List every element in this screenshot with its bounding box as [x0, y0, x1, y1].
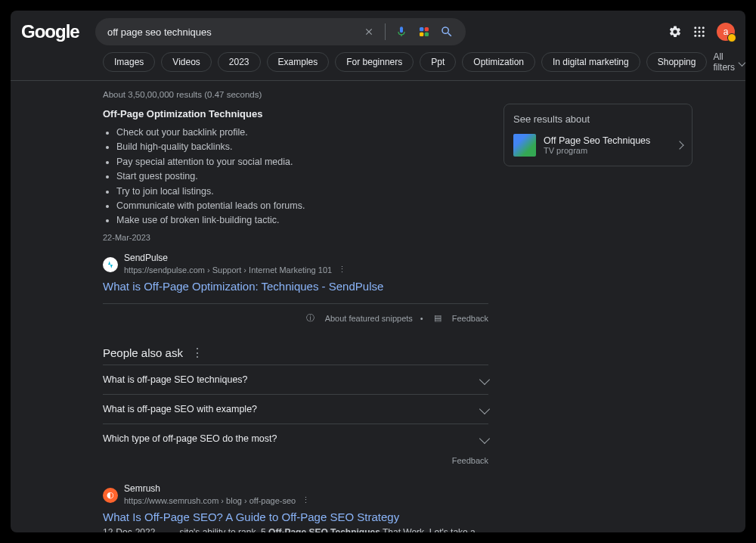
lens-icon[interactable] — [417, 25, 431, 39]
knowledge-panel: See results about Off Page Seo Technique… — [503, 104, 692, 166]
info-icon[interactable]: ⓘ — [304, 312, 318, 325]
chevron-down-icon — [738, 57, 745, 67]
svg-point-11 — [699, 35, 701, 37]
svg-point-8 — [699, 31, 701, 33]
all-filters-button[interactable]: All filters — [713, 51, 745, 73]
chevron-down-icon — [479, 374, 490, 385]
clear-icon[interactable] — [362, 25, 376, 39]
paa-question[interactable]: What is off-page SEO with example? — [103, 394, 488, 424]
knowledge-label: Off Page Seo Techniques — [544, 135, 669, 146]
bullet: • — [420, 314, 423, 323]
result-title-link[interactable]: What is Off-Page Optimization: Technique… — [103, 280, 488, 293]
filter-chips-row: Images Videos 2023 Examples For beginner… — [11, 45, 745, 81]
chip-for-beginners[interactable]: For beginners — [335, 52, 414, 72]
divider — [385, 23, 386, 40]
chip-examples[interactable]: Examples — [267, 52, 330, 72]
svg-point-10 — [694, 35, 696, 37]
account-avatar[interactable]: a — [717, 23, 735, 41]
chip-digital-marketing[interactable]: In digital marketing — [541, 52, 640, 72]
chevron-down-icon — [479, 433, 490, 444]
chevron-right-icon — [675, 141, 683, 149]
search-input[interactable] — [107, 26, 362, 38]
list-item: Build high-quality backlinks. — [116, 140, 488, 154]
svg-point-9 — [702, 31, 705, 33]
more-options-icon[interactable]: ⋮ — [191, 346, 204, 360]
featured-snippet-list: Check out your backlink profile. Build h… — [103, 126, 488, 228]
result-site-name: Semrush — [124, 483, 312, 494]
paa-question-text: What is off-page SEO with example? — [103, 404, 257, 414]
feedback-icon: ▤ — [431, 312, 445, 325]
search-icon[interactable] — [440, 25, 454, 39]
chip-optimization[interactable]: Optimization — [462, 52, 535, 72]
more-options-icon[interactable]: ⋮ — [335, 263, 349, 277]
svg-rect-3 — [425, 33, 429, 36]
result-description: 12-Dec-2022 — ... site's ability to rank… — [103, 526, 488, 532]
google-logo[interactable]: Google — [21, 21, 82, 42]
chip-videos[interactable]: Videos — [161, 52, 211, 72]
all-filters-label: All filters — [713, 51, 736, 73]
svg-rect-2 — [420, 33, 423, 36]
list-item: Try to join local listings. — [116, 185, 488, 199]
svg-rect-0 — [420, 27, 423, 31]
feedback-link[interactable]: Feedback — [103, 456, 488, 465]
list-item: Make use of broken link-building tactic. — [116, 213, 488, 228]
favicon-semrush: ◐ — [103, 488, 118, 503]
chip-shopping[interactable]: Shopping — [646, 52, 708, 72]
svg-point-4 — [694, 26, 696, 29]
result-url: https://www.semrush.com › blog › off-pag… — [124, 494, 312, 507]
svg-point-7 — [694, 31, 696, 33]
search-bar[interactable] — [95, 18, 466, 45]
paa-question[interactable]: Which type of off-page SEO do the most? — [103, 424, 488, 453]
result-stats: About 3,50,00,000 results (0.47 seconds) — [103, 90, 488, 99]
favicon-sendpulse — [103, 257, 118, 272]
settings-icon[interactable] — [668, 25, 682, 39]
chip-2023[interactable]: 2023 — [218, 52, 261, 72]
svg-point-5 — [699, 26, 701, 29]
paa-question-text: Which type of off-page SEO do the most? — [103, 433, 277, 444]
list-item: Pay special attention to your social med… — [116, 155, 488, 169]
featured-snippet-title: Off-Page Optimization Techniques — [103, 108, 488, 119]
people-also-ask-title: People also ask — [103, 346, 183, 359]
result-site-name: SendPulse — [124, 253, 349, 263]
paa-question[interactable]: What is off-page SEO techniques? — [103, 365, 488, 394]
about-featured-snippets[interactable]: About featured snippets — [325, 314, 413, 323]
chevron-down-icon — [479, 404, 490, 414]
knowledge-subtitle: TV program — [544, 146, 669, 155]
snippet-date: 22-Mar-2023 — [103, 233, 488, 242]
svg-point-6 — [702, 26, 705, 29]
svg-point-12 — [702, 35, 705, 37]
list-item: Check out your backlink profile. — [116, 126, 488, 140]
knowledge-panel-heading: See results about — [513, 113, 683, 125]
knowledge-thumbnail — [513, 134, 536, 157]
result-url: https://sendpulse.com › Support › Intern… — [124, 263, 349, 277]
list-item: Communicate with potential leads on foru… — [116, 199, 488, 213]
chip-images[interactable]: Images — [103, 52, 155, 72]
more-options-icon[interactable]: ⋮ — [299, 494, 312, 507]
knowledge-panel-item[interactable]: Off Page Seo Techniques TV program — [513, 134, 683, 157]
chip-ppt[interactable]: Ppt — [420, 52, 456, 72]
feedback-link[interactable]: Feedback — [452, 314, 488, 323]
svg-rect-1 — [425, 27, 429, 31]
paa-question-text: What is off-page SEO techniques? — [103, 374, 248, 385]
mic-icon[interactable] — [395, 25, 408, 39]
result-title-link[interactable]: What Is Off-Page SEO? A Guide to Off-Pag… — [103, 510, 488, 523]
list-item: Start guest posting. — [116, 169, 488, 184]
apps-icon[interactable] — [692, 25, 706, 39]
